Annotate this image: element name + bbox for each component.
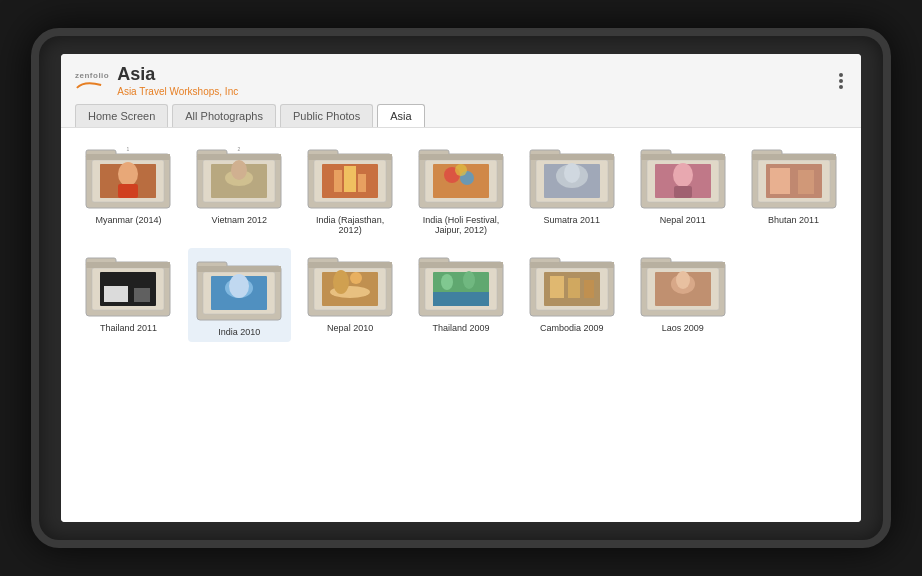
list-item[interactable]: Nepal 2011	[631, 140, 734, 237]
list-item[interactable]: Sumatra 2011	[520, 140, 623, 237]
svg-text:2: 2	[238, 146, 241, 152]
list-item[interactable]: Nepal 2010	[299, 248, 402, 342]
svg-rect-87	[530, 262, 614, 268]
svg-rect-59	[104, 286, 128, 302]
more-dot-3	[839, 85, 843, 89]
header: zenfolio Asia Asia Travel Workshops, Inc	[61, 54, 861, 128]
page-title: Asia	[117, 64, 238, 86]
folder-icon	[528, 140, 616, 212]
folder-label: Myanmar (2014)	[95, 215, 161, 226]
folder-icon	[84, 248, 172, 320]
more-dot-2	[839, 79, 843, 83]
tablet-frame: zenfolio Asia Asia Travel Workshops, Inc	[31, 28, 891, 548]
list-item[interactable]: India 2010	[188, 248, 291, 342]
folder-label: Cambodia 2009	[540, 323, 604, 334]
folder-icon: 2	[195, 140, 283, 212]
more-menu-button[interactable]	[835, 69, 847, 93]
header-left: zenfolio Asia Asia Travel Workshops, Inc	[75, 64, 238, 98]
svg-text:1: 1	[127, 146, 130, 152]
svg-point-83	[463, 271, 475, 289]
zenfolio-swoosh-icon	[75, 80, 103, 90]
folder-icon	[417, 140, 505, 212]
svg-rect-81	[433, 292, 489, 306]
svg-point-74	[333, 270, 349, 294]
folders-row-1: 1 Myanmar (2014)	[77, 140, 845, 237]
folder-label: India (Holi Festival, Jaipur, 2012)	[416, 215, 506, 237]
svg-rect-22	[334, 170, 342, 192]
svg-rect-57	[86, 262, 170, 268]
nav-tabs: Home Screen All Photographs Public Photo…	[75, 104, 847, 127]
folder-icon: 1	[84, 140, 172, 212]
svg-rect-28	[419, 154, 503, 160]
svg-rect-90	[568, 278, 580, 298]
tab-home[interactable]: Home Screen	[75, 104, 168, 127]
svg-point-16	[231, 160, 247, 180]
folder-icon	[639, 248, 727, 320]
svg-rect-43	[641, 154, 725, 160]
folder-icon	[639, 140, 727, 212]
folder-label: Laos 2009	[662, 323, 704, 334]
svg-rect-89	[550, 276, 564, 298]
svg-rect-71	[308, 262, 392, 268]
svg-rect-52	[770, 168, 790, 194]
list-item[interactable]: Cambodia 2009	[520, 248, 623, 342]
folder-label: Nepal 2010	[327, 323, 373, 334]
tablet-screen: zenfolio Asia Asia Travel Workshops, Inc	[61, 54, 861, 522]
list-item[interactable]: Thailand 2009	[410, 248, 513, 342]
svg-rect-79	[419, 262, 503, 268]
svg-point-98	[676, 271, 690, 289]
folders-row-2: Thailand 2011 India 2010	[77, 248, 845, 342]
folder-label: Sumatra 2011	[544, 215, 601, 226]
list-item[interactable]: 2 Vietnam 2012	[188, 140, 291, 237]
tab-asia[interactable]: Asia	[377, 104, 424, 127]
folder-icon	[195, 252, 283, 324]
list-item[interactable]: India (Rajasthan, 2012)	[299, 140, 402, 237]
zenfolio-brand: zenfolio	[75, 71, 109, 80]
svg-rect-60	[134, 288, 150, 302]
folder-icon	[306, 140, 394, 212]
tab-photographs[interactable]: All Photographs	[172, 104, 276, 127]
svg-point-75	[350, 272, 362, 284]
svg-rect-3	[86, 154, 170, 160]
folder-label: Vietnam 2012	[212, 215, 267, 226]
list-item[interactable]: Thailand 2011	[77, 248, 180, 342]
svg-rect-36	[530, 154, 614, 160]
svg-point-45	[673, 163, 693, 187]
content-area: 1 Myanmar (2014)	[61, 128, 861, 522]
page-subtitle: Asia Travel Workshops, Inc	[117, 86, 238, 98]
title-group: Asia Asia Travel Workshops, Inc	[117, 64, 238, 98]
svg-rect-20	[308, 154, 392, 160]
folder-label: Bhutan 2011	[768, 215, 819, 226]
svg-rect-46	[674, 186, 692, 198]
svg-rect-91	[584, 280, 594, 298]
svg-point-7	[118, 162, 138, 186]
empty-slot	[742, 248, 845, 342]
svg-point-32	[455, 164, 467, 176]
folder-icon	[528, 248, 616, 320]
list-item[interactable]: Bhutan 2011	[742, 140, 845, 237]
list-item[interactable]: Laos 2009	[631, 248, 734, 342]
folder-icon	[417, 248, 505, 320]
more-dot-1	[839, 73, 843, 77]
tab-public[interactable]: Public Photos	[280, 104, 373, 127]
folder-label: Thailand 2011	[100, 323, 157, 334]
svg-rect-8	[118, 184, 138, 198]
svg-rect-23	[344, 166, 356, 192]
svg-point-39	[564, 163, 580, 183]
svg-rect-64	[197, 266, 281, 272]
list-item[interactable]: 1 Myanmar (2014)	[77, 140, 180, 237]
list-item[interactable]: India (Holi Festival, Jaipur, 2012)	[410, 140, 513, 237]
folder-label: India 2010	[218, 327, 260, 338]
svg-rect-50	[752, 154, 836, 160]
folder-label: Thailand 2009	[432, 323, 489, 334]
folder-icon	[750, 140, 838, 212]
folder-icon	[306, 248, 394, 320]
svg-rect-95	[641, 262, 725, 268]
svg-point-67	[229, 274, 249, 298]
folder-label: Nepal 2011	[660, 215, 706, 226]
zenfolio-logo: zenfolio	[75, 71, 109, 90]
svg-point-82	[441, 274, 453, 290]
svg-rect-53	[798, 170, 814, 194]
folder-label: India (Rajasthan, 2012)	[305, 215, 395, 237]
svg-rect-24	[358, 174, 366, 192]
